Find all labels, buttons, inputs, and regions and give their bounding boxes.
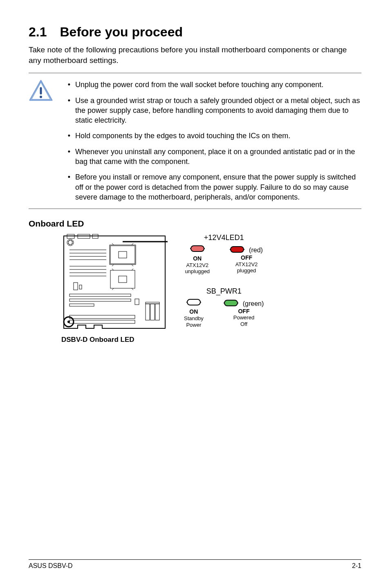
svg-rect-9: [119, 276, 127, 283]
led2-off-desc1: Powered: [233, 314, 254, 321]
svg-rect-27: [146, 302, 159, 304]
led-chip-icon: [224, 300, 238, 306]
led2-off-state: OFF: [238, 308, 249, 314]
caution-icon: [29, 80, 53, 103]
bullet-item: • Whenever you uninstall any component, …: [63, 147, 361, 167]
svg-rect-20: [69, 294, 131, 296]
led1-title: +12V4LED1: [184, 233, 264, 242]
bullet-dot: •: [63, 80, 75, 90]
bullet-item: • Unplug the power cord from the wall so…: [63, 80, 361, 90]
led1-on-desc2: unplugged: [185, 268, 210, 274]
svg-rect-21: [69, 299, 131, 301]
footer-left: ASUS DSBV-D: [29, 562, 73, 570]
led1-on-desc1: ATX12V2: [186, 262, 208, 268]
bullet-text: Before you install or remove any compone…: [75, 172, 361, 202]
led1-off-desc2: plugged: [237, 267, 256, 274]
led2-on-desc2: Power: [186, 322, 201, 328]
svg-rect-23: [135, 299, 139, 305]
footer-page-number: 2-1: [352, 562, 361, 570]
svg-point-5: [67, 239, 74, 246]
led2-block: SB_PWR1 ON Standby Power (green) OFF: [184, 287, 264, 328]
onboard-led-diagram: DSBV-D Onboard LED +12V4LED1 ON ATX12V2 …: [61, 233, 361, 344]
page-footer: ASUS DSBV-D 2-1: [29, 559, 361, 570]
svg-rect-0: [40, 87, 42, 94]
led1-color-note: (red): [249, 246, 263, 254]
led2-on-state: ON: [189, 308, 198, 315]
svg-point-1: [40, 96, 42, 98]
intro-paragraph: Take note of the following precautions b…: [29, 45, 361, 65]
caution-block: • Unplug the power cord from the wall so…: [29, 73, 361, 209]
bullet-dot: •: [63, 172, 75, 202]
led2-title: SB_PWR1: [184, 287, 264, 296]
svg-rect-18: [74, 283, 78, 290]
section-heading: 2.1 Before you proceed: [29, 25, 361, 40]
onboard-led-heading: Onboard LED: [29, 219, 361, 229]
bullet-text: Use a grounded wrist strap or touch a sa…: [75, 96, 361, 126]
led1-off-state: OFF: [241, 254, 252, 261]
led1-off-desc1: ATX12V2: [235, 261, 258, 267]
bullet-dot: •: [63, 96, 75, 126]
svg-rect-8: [110, 270, 135, 288]
motherboard-illustration: [61, 233, 168, 332]
led-chip-icon: [230, 246, 244, 253]
svg-rect-28: [69, 315, 135, 319]
bullet-dot: •: [63, 147, 75, 167]
svg-rect-26: [155, 304, 159, 320]
bullet-text: Whenever you uninstall any component, pl…: [75, 147, 361, 167]
led2-on-desc1: Standby: [184, 315, 204, 321]
board-caption: DSBV-D Onboard LED: [61, 336, 176, 344]
led2-color-note: (green): [243, 300, 264, 307]
bullet-dot: •: [63, 131, 75, 141]
bullet-list: • Unplug the power cord from the wall so…: [63, 80, 361, 202]
bullet-text: Unplug the power cord from the wall sock…: [75, 80, 323, 90]
svg-rect-7: [119, 251, 127, 258]
bullet-item: • Before you install or remove any compo…: [63, 172, 361, 202]
bullet-item: • Use a grounded wrist strap or touch a …: [63, 96, 361, 126]
bullet-text: Hold components by the edges to avoid to…: [75, 131, 290, 141]
bullet-item: • Hold components by the edges to avoid …: [63, 131, 361, 141]
led1-on-state: ON: [193, 255, 202, 262]
svg-rect-25: [150, 304, 155, 320]
svg-rect-19: [79, 285, 82, 289]
svg-rect-22: [69, 304, 94, 306]
svg-rect-29: [69, 320, 135, 323]
svg-point-31: [67, 321, 70, 323]
led-chip-icon: [191, 245, 204, 252]
svg-rect-24: [146, 304, 150, 320]
led2-off-desc2: Off: [240, 321, 247, 327]
svg-rect-6: [110, 246, 135, 264]
led-chip-icon: [187, 299, 201, 305]
led1-block: +12V4LED1 ON ATX12V2 unplugged (red) OFF: [184, 233, 264, 275]
